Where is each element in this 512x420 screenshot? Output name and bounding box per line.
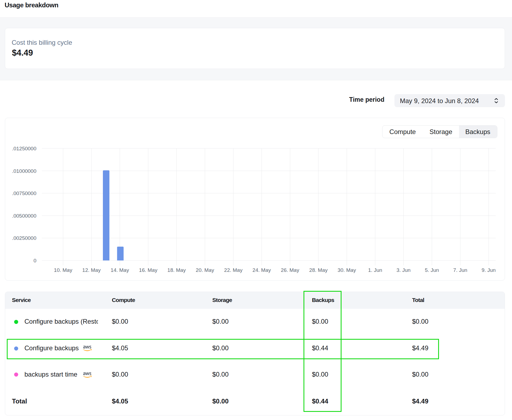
svg-text:20. May: 20. May bbox=[196, 267, 214, 273]
svg-text:.01250000: .01250000 bbox=[12, 146, 36, 151]
svg-text:.00250000: .00250000 bbox=[12, 235, 36, 241]
svg-text:30. May: 30. May bbox=[338, 267, 356, 273]
svg-text:12. May: 12. May bbox=[82, 267, 101, 273]
svg-text:5. Jun: 5. Jun bbox=[425, 267, 439, 273]
svg-text:26. May: 26. May bbox=[281, 267, 299, 273]
svg-text:18. May: 18. May bbox=[167, 267, 186, 273]
svg-text:7. Jun: 7. Jun bbox=[453, 267, 467, 273]
svg-text:16. May: 16. May bbox=[139, 267, 157, 273]
svg-text:1. Jun: 1. Jun bbox=[368, 267, 382, 273]
svg-text:.00750000: .00750000 bbox=[12, 190, 36, 196]
svg-text:0: 0 bbox=[33, 258, 36, 263]
svg-text:.00500000: .00500000 bbox=[12, 213, 36, 219]
svg-text:3. Jun: 3. Jun bbox=[397, 267, 411, 273]
svg-text:.01000000: .01000000 bbox=[12, 168, 36, 174]
svg-text:9. Jun: 9. Jun bbox=[482, 267, 496, 273]
svg-text:24. May: 24. May bbox=[252, 267, 271, 273]
svg-text:28. May: 28. May bbox=[309, 267, 328, 273]
svg-text:22. May: 22. May bbox=[224, 267, 243, 273]
svg-text:10. May: 10. May bbox=[54, 267, 72, 273]
svg-text:14. May: 14. May bbox=[111, 267, 129, 273]
